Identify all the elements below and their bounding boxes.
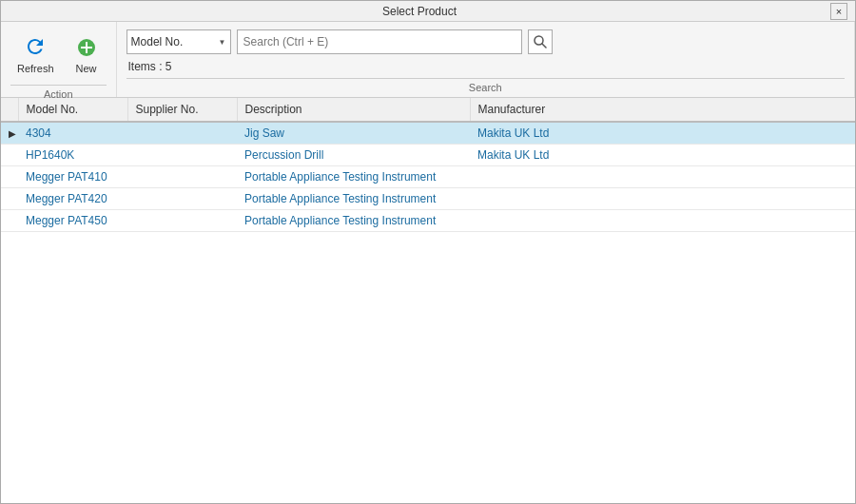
search-button[interactable]	[528, 29, 553, 54]
search-group-label: Search	[126, 78, 845, 93]
search-row: Model No. Supplier No. Description Manuf…	[126, 29, 845, 54]
product-table: Model No. Supplier No. Description Manuf…	[1, 98, 855, 232]
action-buttons: Refresh New	[10, 29, 107, 79]
refresh-label: Refresh	[17, 63, 54, 74]
close-button[interactable]: ×	[830, 3, 847, 20]
cell-description: Portable Appliance Testing Instrument	[237, 166, 470, 188]
cell-model-no: HP1640K	[18, 145, 127, 166]
cell-model-no: Megger PAT420	[18, 188, 127, 210]
cell-manufacturer	[470, 210, 855, 232]
action-group: Refresh New Action	[1, 22, 117, 97]
row-arrow	[1, 145, 18, 166]
cell-description: Jig Saw	[237, 122, 470, 145]
table-row[interactable]: ▶4304Jig SawMakita UK Ltd	[1, 122, 855, 145]
field-dropdown[interactable]: Model No. Supplier No. Description Manuf…	[126, 29, 231, 54]
cell-supplier-no	[127, 166, 237, 188]
svg-line-4	[542, 44, 546, 48]
items-count: Items : 5	[128, 60, 845, 73]
col-manufacturer: Manufacturer	[470, 98, 855, 122]
cell-manufacturer	[470, 188, 855, 210]
new-icon	[73, 34, 100, 61]
cell-model-no: 4304	[18, 122, 127, 145]
cell-manufacturer: Makita UK Ltd	[470, 122, 855, 145]
table-container: Model No. Supplier No. Description Manuf…	[1, 98, 855, 503]
new-label: New	[76, 63, 97, 74]
cell-description: Portable Appliance Testing Instrument	[237, 188, 470, 210]
col-description: Description	[237, 98, 470, 122]
new-button[interactable]: New	[67, 29, 107, 79]
row-arrow: ▶	[1, 122, 18, 145]
cell-supplier-no	[127, 188, 237, 210]
table-row[interactable]: Megger PAT410Portable Appliance Testing …	[1, 166, 855, 188]
cell-supplier-no	[127, 122, 237, 145]
search-group: Model No. Supplier No. Description Manuf…	[117, 22, 855, 97]
cell-description: Percussion Drill	[237, 145, 470, 166]
toolbar: Refresh New Action	[1, 22, 855, 98]
search-icon	[534, 35, 547, 48]
col-arrow	[1, 98, 18, 122]
cell-supplier-no	[127, 145, 237, 166]
table-header-row: Model No. Supplier No. Description Manuf…	[1, 98, 855, 122]
cell-manufacturer	[470, 166, 855, 188]
cell-description: Portable Appliance Testing Instrument	[237, 210, 470, 232]
refresh-icon	[22, 34, 49, 61]
search-input[interactable]	[237, 29, 522, 54]
window-title: Select Product	[9, 5, 830, 18]
row-arrow	[1, 210, 18, 232]
cell-model-no: Megger PAT410	[18, 166, 127, 188]
title-bar: Select Product ×	[1, 1, 855, 22]
row-arrow	[1, 188, 18, 210]
refresh-button[interactable]: Refresh	[10, 29, 61, 79]
field-dropdown-wrapper: Model No. Supplier No. Description Manuf…	[126, 29, 231, 54]
cell-manufacturer: Makita UK Ltd	[470, 145, 855, 166]
cell-supplier-no	[127, 210, 237, 232]
table-row[interactable]: Megger PAT420Portable Appliance Testing …	[1, 188, 855, 210]
col-model-no: Model No.	[18, 98, 127, 122]
svg-rect-2	[81, 47, 92, 48]
select-product-window: Select Product × Refresh	[0, 0, 856, 504]
table-body: ▶4304Jig SawMakita UK LtdHP1640KPercussi…	[1, 122, 855, 232]
cell-model-no: Megger PAT450	[18, 210, 127, 232]
table-row[interactable]: HP1640KPercussion DrillMakita UK Ltd	[1, 145, 855, 166]
row-arrow	[1, 166, 18, 188]
col-supplier-no: Supplier No.	[127, 98, 237, 122]
table-row[interactable]: Megger PAT450Portable Appliance Testing …	[1, 210, 855, 232]
